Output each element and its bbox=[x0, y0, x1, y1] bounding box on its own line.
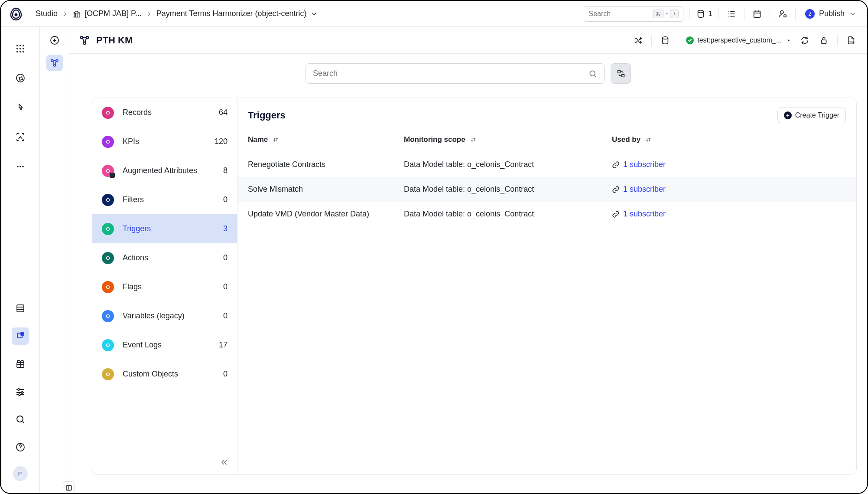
table-body: Renegotiate ContractsData Model table: o… bbox=[237, 152, 856, 226]
svg-point-46 bbox=[107, 256, 110, 259]
collapse-sidebar-button[interactable] bbox=[218, 456, 230, 468]
kbd-slash: / bbox=[670, 10, 679, 18]
svg-point-15 bbox=[17, 166, 19, 167]
svg-point-24 bbox=[19, 394, 20, 396]
breadcrumb-package[interactable]: [OCPM JAB] P... bbox=[72, 9, 142, 18]
app-logo[interactable] bbox=[8, 6, 24, 22]
cell-used-by[interactable]: 1 subscriber bbox=[612, 160, 846, 169]
category-augmented-attributes[interactable]: Augmented Attributes8 bbox=[92, 156, 237, 185]
cell-used-by[interactable]: 1 subscriber bbox=[612, 185, 846, 194]
search-icon bbox=[588, 69, 597, 78]
context-rail bbox=[40, 27, 69, 493]
cylinder-icon bbox=[696, 9, 705, 19]
more-nav[interactable] bbox=[12, 158, 29, 175]
content-search-input[interactable] bbox=[313, 69, 585, 78]
pointer-nav[interactable] bbox=[12, 99, 29, 116]
collapse-rail-button[interactable] bbox=[63, 481, 75, 494]
settings-nav[interactable] bbox=[12, 383, 29, 400]
category-event-logs[interactable]: Event Logs17 bbox=[92, 330, 237, 360]
gift-nav[interactable] bbox=[12, 355, 29, 373]
filters-icon bbox=[102, 194, 114, 206]
svg-rect-40 bbox=[621, 74, 624, 77]
cell-scope: Data Model table: o_celonis_Contract bbox=[404, 160, 612, 169]
shuffle-button[interactable] bbox=[631, 34, 644, 47]
library-nav[interactable] bbox=[12, 300, 29, 317]
column-monitoring-scope[interactable]: Monitoring scope bbox=[404, 135, 612, 144]
kpis-icon bbox=[102, 136, 114, 148]
svg-point-5 bbox=[16, 45, 18, 46]
chevron-down-icon bbox=[310, 10, 318, 18]
global-search-input[interactable]: ⌘ + / bbox=[584, 6, 683, 22]
category-flags[interactable]: Flags0 bbox=[92, 272, 237, 301]
svg-point-12 bbox=[20, 51, 21, 52]
user-settings-button[interactable] bbox=[776, 7, 789, 20]
separator bbox=[744, 8, 744, 20]
svg-point-34 bbox=[83, 42, 85, 44]
flags-icon bbox=[102, 281, 114, 293]
category-filters[interactable]: Filters0 bbox=[92, 185, 237, 214]
table-row[interactable]: Renegotiate ContractsData Model table: o… bbox=[237, 152, 856, 177]
cell-used-by[interactable]: 1 subscriber bbox=[612, 209, 846, 219]
lock-button[interactable] bbox=[817, 34, 830, 47]
records-icon bbox=[102, 107, 114, 119]
view-header: PTH KM test:perspective_custom_... bbox=[69, 27, 867, 54]
svg-rect-36 bbox=[822, 40, 826, 43]
svg-point-8 bbox=[16, 48, 18, 49]
knowledge-model-tab[interactable] bbox=[46, 55, 63, 71]
category-triggers[interactable]: Triggers3 bbox=[92, 214, 237, 243]
search-row bbox=[69, 54, 867, 84]
explore-nav[interactable] bbox=[12, 69, 29, 87]
category-kpis[interactable]: KPIs120 bbox=[92, 127, 237, 156]
toggle-layout-button[interactable] bbox=[611, 63, 631, 84]
separator bbox=[651, 35, 652, 46]
search-nav[interactable] bbox=[12, 411, 29, 428]
search-input-field[interactable] bbox=[588, 10, 632, 18]
studio-nav[interactable] bbox=[12, 327, 29, 345]
detail-panel: Triggers + Create Trigger Name Monitor bbox=[237, 98, 856, 474]
svg-point-38 bbox=[590, 71, 595, 76]
category-custom-objects[interactable]: Custom Objects0 bbox=[92, 360, 237, 389]
variables-legacy--icon bbox=[102, 310, 114, 322]
svg-point-0 bbox=[15, 13, 18, 16]
apps-nav[interactable] bbox=[12, 40, 29, 57]
category-records[interactable]: Records64 bbox=[92, 98, 237, 127]
help-nav[interactable] bbox=[12, 438, 29, 456]
data-source-count[interactable]: 1 bbox=[696, 9, 712, 19]
sort-icon bbox=[645, 136, 652, 143]
detail-header: Triggers + Create Trigger bbox=[237, 98, 856, 132]
category-variables-legacy-[interactable]: Variables (legacy)0 bbox=[92, 301, 237, 330]
category-label: Filters bbox=[123, 195, 144, 204]
kbd-plus: + bbox=[665, 11, 668, 17]
breadcrumb-studio[interactable]: Studio bbox=[36, 9, 58, 18]
calendar-button[interactable] bbox=[751, 7, 764, 20]
create-trigger-button[interactable]: + Create Trigger bbox=[777, 108, 846, 123]
content-search[interactable] bbox=[306, 63, 605, 84]
data-model-button[interactable] bbox=[659, 34, 672, 47]
add-button[interactable] bbox=[48, 34, 61, 47]
capture-nav[interactable] bbox=[12, 128, 29, 146]
user-avatar[interactable]: E bbox=[13, 466, 28, 481]
svg-point-50 bbox=[107, 373, 110, 376]
content-column: PTH KM test:perspective_custom_... bbox=[69, 27, 867, 493]
perspective-selector[interactable]: test:perspective_custom_... bbox=[686, 36, 792, 44]
category-label: Variables (legacy) bbox=[123, 311, 185, 321]
refresh-button[interactable] bbox=[798, 34, 811, 47]
kbd-cmd: ⌘ bbox=[653, 10, 663, 18]
yaml-button[interactable]: YAML bbox=[845, 34, 858, 47]
knowledge-panel: Records64KPIs120Augmented Attributes8Fil… bbox=[92, 98, 857, 475]
chevron-right-icon: › bbox=[64, 9, 66, 18]
table-row[interactable]: Solve MismatchData Model table: o_celoni… bbox=[237, 177, 856, 202]
column-name[interactable]: Name bbox=[248, 135, 404, 144]
table-row[interactable]: Update VMD (Vendor Master Data)Data Mode… bbox=[237, 202, 856, 226]
publish-button[interactable]: 2 Publish bbox=[802, 9, 860, 19]
svg-point-13 bbox=[23, 51, 24, 52]
category-count: 0 bbox=[223, 370, 228, 379]
category-count: 0 bbox=[223, 282, 228, 291]
category-actions[interactable]: Actions0 bbox=[92, 243, 237, 272]
svg-point-44 bbox=[107, 198, 110, 201]
column-used-by[interactable]: Used by bbox=[612, 135, 846, 144]
checklist-button[interactable] bbox=[725, 7, 738, 20]
category-count: 17 bbox=[219, 340, 228, 350]
breadcrumb-view[interactable]: Payment Terms Harmonizer (object-centric… bbox=[156, 9, 318, 18]
category-count: 120 bbox=[215, 137, 228, 146]
